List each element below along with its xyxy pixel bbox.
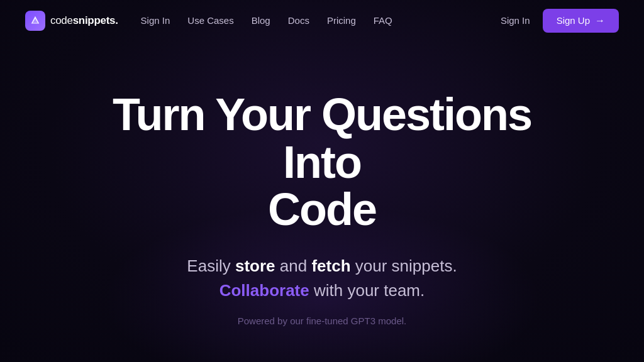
hero-subtitle-fetch: fetch [311, 256, 350, 275]
nav-item-use-cases[interactable]: Use Cases [187, 15, 233, 26]
nav-item-faq[interactable]: FAQ [374, 15, 392, 26]
hero-subtitle-store: store [235, 256, 275, 275]
nav-item-blog[interactable]: Blog [252, 15, 270, 26]
nav-item-pricing[interactable]: Pricing [327, 15, 356, 26]
logo-svg [30, 15, 41, 26]
nav-right: Sign In Sign Up → [501, 9, 619, 33]
hero-subtitle-team: with your team. [314, 281, 425, 300]
hero-subtitle-snippets: your snippets. [355, 256, 457, 275]
nav-links: Sign In Use Cases Blog Docs Pricing FAQ [141, 15, 392, 26]
logo-text: codesnippets. [50, 14, 118, 27]
hero-subtitle-easily: Easily [187, 256, 230, 275]
signup-arrow-icon: → [595, 15, 605, 26]
nav-left: codesnippets. Sign In Use Cases Blog Doc… [25, 11, 392, 31]
logo-icon [25, 11, 45, 31]
nav-link-faq[interactable]: FAQ [374, 15, 392, 26]
nav-link-use-cases[interactable]: Use Cases [187, 15, 233, 26]
nav-signin-right[interactable]: Sign In [501, 15, 530, 26]
nav-link-docs[interactable]: Docs [288, 15, 309, 26]
nav-link-signin[interactable]: Sign In [141, 15, 170, 26]
hero-powered-text: Powered by our fine-tuned GPT3 model. [238, 315, 406, 326]
nav-item-signin[interactable]: Sign In [141, 15, 170, 26]
nav-link-blog[interactable]: Blog [252, 15, 270, 26]
logo[interactable]: codesnippets. [25, 11, 118, 31]
nav-link-pricing[interactable]: Pricing [327, 15, 356, 26]
hero-title-line1: Turn Your Questions Into [113, 89, 531, 187]
hero-section: Turn Your Questions Into Code Easily sto… [0, 41, 644, 326]
hero-title: Turn Your Questions Into Code [70, 91, 574, 234]
hero-subtitle: Easily store and fetch your snippets. Co… [187, 254, 457, 303]
signup-button[interactable]: Sign Up → [543, 9, 619, 33]
signup-label: Sign Up [557, 15, 590, 26]
hero-title-line2: Code [268, 184, 376, 234]
navbar: codesnippets. Sign In Use Cases Blog Doc… [0, 0, 644, 41]
hero-subtitle-and: and [280, 256, 307, 275]
nav-item-docs[interactable]: Docs [288, 15, 309, 26]
hero-subtitle-collaborate: Collaborate [219, 281, 309, 300]
